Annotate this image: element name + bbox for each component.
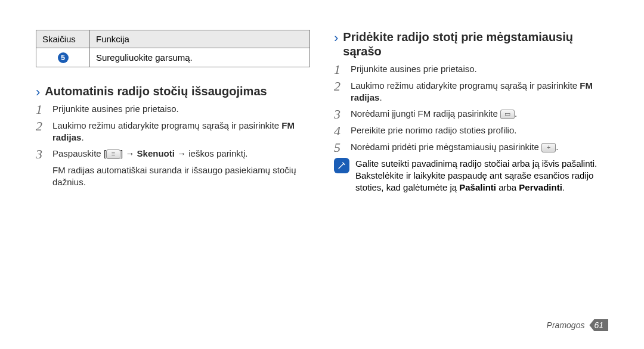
step-text: Norėdami įjungti FM radiją pasirinkite ▭… — [351, 108, 608, 120]
scan-label: Skenuoti — [137, 148, 175, 158]
step-text: Prijunkite ausines prie prietaiso. — [351, 63, 608, 75]
footer-section-label: Pramogos — [547, 320, 585, 330]
chevron-right-icon: › — [334, 32, 338, 45]
text-part: arba — [496, 182, 519, 192]
text-part: Norėdami įjungti FM radiją pasirinkite — [351, 108, 500, 119]
text-part: Laukimo režimu atidarykite programų sąra… — [351, 80, 580, 91]
right-column: › Pridėkite radijo stotį prie mėgstamiau… — [334, 30, 608, 194]
step-2-left: 2 Laukimo režimu atidarykite programų są… — [36, 120, 310, 144]
plus-icon: + — [541, 143, 556, 152]
note-icon — [334, 158, 349, 173]
text-part: Laukimo režimu atidarykite programų sąra… — [52, 120, 281, 130]
table-row: 5 Sureguliuokite garsumą. — [36, 48, 310, 67]
step-3-left: 3 Paspauskite [≡] → Skenuoti → ieškos pa… — [36, 148, 310, 161]
step-4-right: 4 Pereikite prie norimo radijo stoties p… — [334, 124, 608, 138]
chevron-right-icon: › — [36, 86, 40, 99]
step-number: 1 — [334, 63, 345, 76]
left-column: Skaičius Funkcija 5 Sureguliuokite garsu… — [36, 30, 310, 194]
note-text: Galite suteikti pavadinimą radijo stočia… — [355, 158, 608, 194]
step-2-right: 2 Laukimo režimu atidarykite programų są… — [334, 80, 608, 104]
step-number: 5 — [334, 141, 345, 154]
remove-label: Pašalinti — [459, 182, 496, 192]
text-part: → ieškos parinktį. — [175, 148, 248, 158]
page-footer: Pramogos 61 — [547, 319, 608, 331]
table-header-row: Skaičius Funkcija — [36, 30, 310, 48]
step-number: 4 — [334, 124, 345, 138]
step-1-left: 1 Prijunkite ausines prie prietaiso. — [36, 103, 310, 116]
step-3-sub: FM radijas automatiškai suranda ir išsau… — [52, 164, 310, 189]
text-part: . — [556, 142, 558, 152]
step-text: Laukimo režimu atidarykite programų sąra… — [52, 120, 310, 144]
table-header-number: Skaičius — [36, 30, 90, 48]
text-part: Norėdami pridėti prie mėgstamiausių pasi… — [351, 142, 541, 152]
play-button-icon: ▭ — [500, 110, 515, 119]
number-badge-5: 5 — [58, 52, 69, 63]
heading-auto-save: Automatinis radijo stočių išsaugojimas — [45, 84, 267, 98]
step-text: Paspauskite [≡] → Skenuoti → ieškos pari… — [52, 148, 310, 160]
text-part: . — [81, 132, 83, 142]
note-box: Galite suteikti pavadinimą radijo stočia… — [334, 158, 608, 194]
table-cell-number: 5 — [36, 48, 90, 67]
table-header-function: Funkcija — [90, 30, 310, 48]
text-part: . — [379, 92, 382, 102]
step-number: 2 — [334, 80, 345, 93]
text-part: Paspauskite [ — [52, 148, 106, 158]
section-title-right: › Pridėkite radijo stotį prie mėgstamiau… — [334, 30, 608, 58]
text-part: . — [562, 182, 565, 192]
step-text: Prijunkite ausines prie prietaiso. — [52, 103, 310, 115]
step-number: 3 — [36, 148, 47, 161]
page-number-badge: 61 — [589, 319, 608, 331]
step-number: 1 — [36, 103, 47, 116]
text-part: . — [515, 108, 517, 119]
step-1-right: 1 Prijunkite ausines prie prietaiso. — [334, 63, 608, 76]
section-title-left: › Automatinis radijo stočių išsaugojimas — [36, 84, 310, 98]
heading-add-favorite: Pridėkite radijo stotį prie mėgstamiausi… — [343, 30, 608, 58]
step-3-right: 3 Norėdami įjungti FM radiją pasirinkite… — [334, 108, 608, 121]
step-text: Pereikite prie norimo radijo stoties pro… — [351, 124, 608, 136]
step-number: 2 — [36, 120, 47, 133]
menu-icon: ≡ — [106, 149, 120, 159]
table-cell-function: Sureguliuokite garsumą. — [90, 48, 310, 67]
step-text: Norėdami pridėti prie mėgstamiausių pasi… — [351, 141, 608, 153]
rename-label: Pervadinti — [519, 182, 562, 192]
step-text: Laukimo režimu atidarykite programų sąra… — [351, 80, 608, 104]
step-5-right: 5 Norėdami pridėti prie mėgstamiausių pa… — [334, 141, 608, 154]
text-part: ] → — [120, 148, 137, 158]
function-table: Skaičius Funkcija 5 Sureguliuokite garsu… — [36, 30, 310, 67]
page-columns: Skaičius Funkcija 5 Sureguliuokite garsu… — [0, 0, 644, 205]
step-number: 3 — [334, 108, 345, 121]
